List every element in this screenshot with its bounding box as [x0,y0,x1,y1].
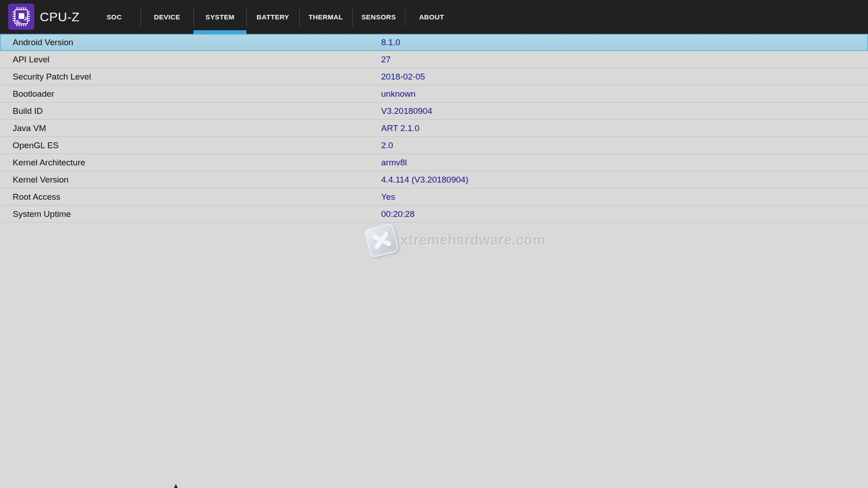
info-row-value: 4.4.114 (V3.20180904) [381,175,468,185]
system-info-row[interactable]: API Level 27 [0,51,868,68]
nav-tab[interactable]: DEVICE [141,0,193,34]
info-row-label: Build ID [13,106,381,116]
system-info-list: Android Version 8.1.0 API Level 27 Secur… [0,34,868,223]
nav-tab[interactable]: SENSORS [352,0,405,34]
info-row-label: Android Version [13,38,381,47]
info-row-label: Security Patch Level [13,72,381,82]
system-info-row[interactable]: Android Version 8.1.0 [0,34,868,51]
info-row-label: System Uptime [13,209,381,219]
system-info-row[interactable]: Security Patch Level 2018-02-05 [0,68,868,85]
system-info-row[interactable]: Build ID V3.20180904 [0,103,868,120]
info-row-label: Kernel Version [13,175,381,185]
x-logo-icon [364,223,399,258]
info-row-label: Kernel Architecture [13,158,381,168]
info-row-value: 2.0 [381,141,393,150]
nav-tab-label: SYSTEM [206,13,235,21]
system-info-row[interactable]: Bootloader unknown [0,85,868,103]
nav-tab[interactable]: THERMAL [299,0,352,34]
info-row-value: 8.1.0 [381,38,400,47]
info-row-value: 00:20:28 [381,209,415,219]
info-row-label: Root Access [13,192,381,202]
system-info-row[interactable]: Kernel Version 4.4.114 (V3.20180904) [0,171,868,188]
xtremehardware-watermark: xtremehardware.com [367,226,546,255]
app-title: CPU-Z [40,10,80,24]
info-row-value: armv8l [381,158,407,168]
app-header: CPU-Z SOC DEVICE SYSTEM BATTERY THERMAL [0,0,868,34]
system-info-row[interactable]: System Uptime 00:20:28 [0,206,868,223]
nav-tabs: SOC DEVICE SYSTEM BATTERY THERMAL SENSOR… [88,0,458,34]
info-row-value: ART 2.1.0 [381,123,420,133]
info-row-label: API Level [13,55,381,65]
watermark-text: xtremehardware.com [401,232,546,249]
nav-tab-label: SOC [107,13,122,21]
info-row-label: Bootloader [13,89,381,99]
info-row-value: V3.20180904 [381,106,432,116]
nav-tab-label: ABOUT [419,13,444,21]
nav-tab-label: BATTERY [257,13,289,21]
info-row-label: Java VM [13,123,381,133]
app-logo [8,4,34,30]
nav-tab[interactable]: BATTERY [246,0,299,34]
nav-tab[interactable]: ABOUT [405,0,458,34]
system-info-row[interactable]: OpenGL ES 2.0 [0,137,868,154]
nav-tab[interactable]: SYSTEM [193,0,246,34]
info-row-label: OpenGL ES [13,141,381,150]
info-row-value: 27 [381,55,391,65]
system-info-row[interactable]: Kernel Architecture armv8l [0,154,868,171]
nav-tab-label: SENSORS [361,13,396,21]
info-row-value: 2018-02-05 [381,72,425,82]
info-row-value: Yes [381,192,395,202]
nav-tab-label: THERMAL [308,13,343,21]
system-info-row[interactable]: Java VM ART 2.1.0 [0,120,868,137]
nav-tab-label: DEVICE [154,13,180,21]
cpu-chip-icon [11,6,32,27]
info-row-value: unknown [381,89,415,99]
nav-tab[interactable]: SOC [88,0,141,34]
mouse-cursor [174,484,178,488]
system-info-row[interactable]: Root Access Yes [0,188,868,206]
